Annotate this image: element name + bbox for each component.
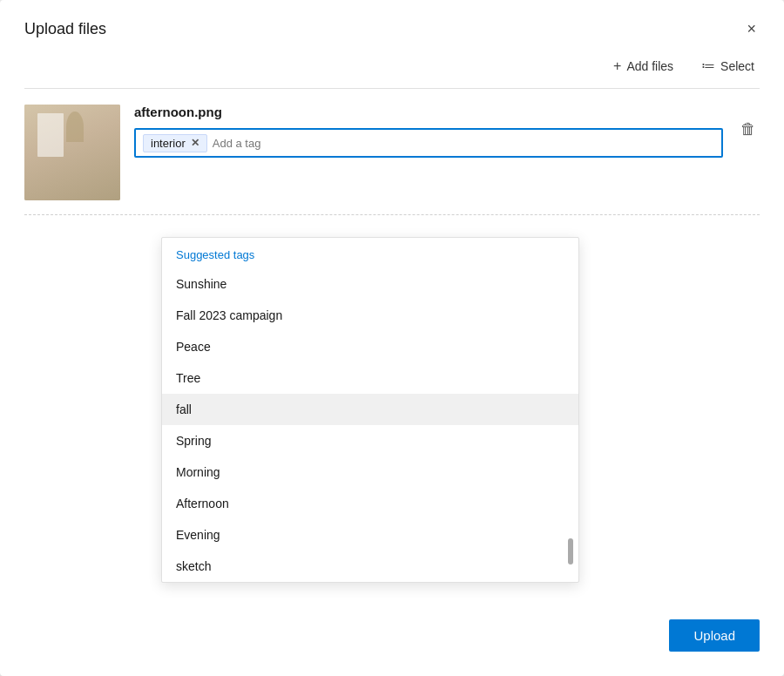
upload-dialog: Upload files × + Add files ≔ Select afte…	[0, 0, 784, 676]
dropdown-item-1[interactable]: Fall 2023 campaign	[162, 300, 578, 331]
dropdown-item-8[interactable]: Evening	[162, 519, 578, 551]
tag-chip-label: interior	[151, 137, 186, 150]
dialog-footer: Upload	[0, 605, 784, 676]
thumbnail-image	[24, 105, 120, 200]
select-label: Select	[720, 59, 754, 73]
file-item: afternoon.png interior ✕ 🗑	[24, 89, 760, 215]
close-button[interactable]: ×	[743, 17, 760, 40]
dropdown-item-2[interactable]: Peace	[162, 331, 578, 362]
add-files-label: Add files	[626, 59, 673, 73]
delete-file-button[interactable]: 🗑	[737, 117, 760, 142]
file-thumbnail	[24, 105, 120, 200]
tag-input-container[interactable]: interior ✕	[134, 128, 723, 158]
file-name: afternoon.png	[134, 105, 723, 119]
tag-dropdown: Suggested tags Sunshine Fall 2023 campai…	[161, 237, 579, 583]
dropdown-section-label: Suggested tags	[162, 238, 578, 268]
upload-button[interactable]: Upload	[669, 619, 760, 652]
dropdown-item-0[interactable]: Sunshine	[162, 268, 578, 300]
dropdown-item-7[interactable]: Afternoon	[162, 488, 578, 519]
dialog-title: Upload files	[24, 20, 106, 38]
dropdown-item-4[interactable]: fall	[162, 394, 578, 425]
tag-input[interactable]	[213, 137, 714, 150]
plus-icon: +	[613, 58, 621, 74]
dropdown-item-5[interactable]: Spring	[162, 425, 578, 456]
close-icon: ×	[747, 21, 756, 37]
scrollbar	[568, 538, 573, 564]
select-icon: ≔	[701, 57, 715, 74]
select-button[interactable]: ≔ Select	[696, 54, 760, 78]
add-files-button[interactable]: + Add files	[608, 55, 679, 78]
tag-chip-remove-button[interactable]: ✕	[191, 138, 199, 148]
toolbar: + Add files ≔ Select	[0, 54, 784, 88]
dropdown-item-9[interactable]: sketch	[162, 551, 578, 582]
dropdown-item-3[interactable]: Tree	[162, 362, 578, 394]
tag-chip: interior ✕	[143, 134, 207, 152]
dropdown-item-6[interactable]: Morning	[162, 456, 578, 488]
file-list: afternoon.png interior ✕ 🗑 Suggested tag…	[0, 89, 784, 605]
trash-icon: 🗑	[740, 120, 756, 138]
file-details: afternoon.png interior ✕	[134, 105, 723, 158]
dialog-header: Upload files ×	[0, 0, 784, 54]
